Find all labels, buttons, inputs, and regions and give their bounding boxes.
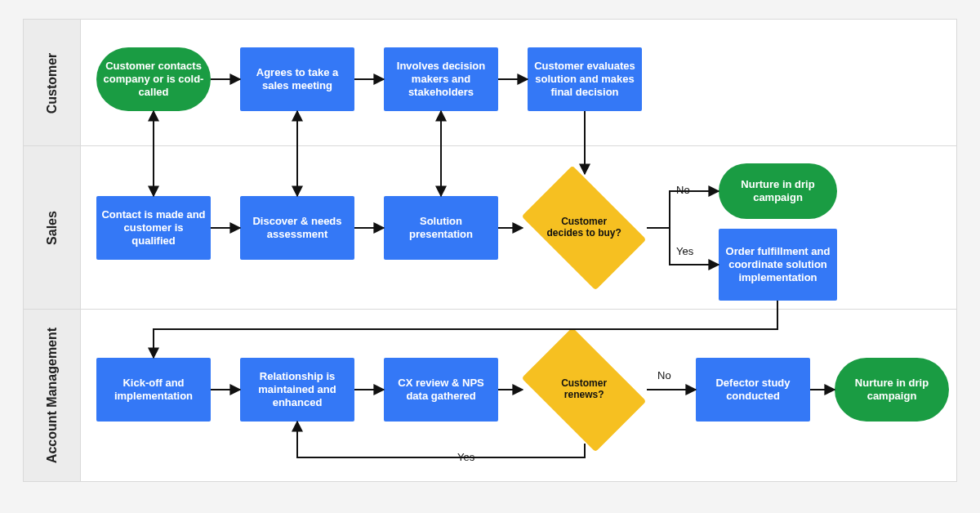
- node-text: CX review & NPS data gathered: [389, 377, 493, 404]
- swimlane-label-sales: Sales: [23, 145, 82, 310]
- node-discover-needs: Discover & needs assessment: [240, 196, 354, 260]
- node-relationship-maintained: Relationship is maintained and enhanced: [240, 358, 354, 422]
- swimlane-label-text: Customer: [45, 52, 60, 114]
- swimlane-label-customer: Customer: [23, 19, 82, 147]
- node-text: Solution presentation: [389, 215, 493, 242]
- swimlane-body-am: [80, 309, 957, 482]
- node-solution-presentation: Solution presentation: [384, 196, 498, 260]
- node-order-fulfillment: Order fulfillment and coordinate solutio…: [719, 229, 837, 301]
- node-text: Customer evaluates solution and makes fi…: [532, 60, 637, 100]
- swimlane-label-text: Sales: [45, 211, 60, 245]
- swimlane-label-am: Account Management: [23, 309, 82, 482]
- node-text: Customer contacts company or is cold-cal…: [101, 60, 206, 100]
- node-text: Order fulfillment and coordinate solutio…: [724, 245, 832, 285]
- node-agrees-meeting: Agrees to take a sales meeting: [240, 47, 354, 111]
- edge-label-no-am: No: [657, 369, 671, 381]
- node-text: Defector study conducted: [701, 377, 805, 404]
- node-evaluates-solution: Customer evaluates solution and makes fi…: [528, 47, 642, 111]
- node-text: Customer decides to buy?: [543, 216, 625, 239]
- diagram-canvas: Customer Sales Account Management Custom…: [0, 0, 980, 513]
- node-text: Nurture in drip campaign: [840, 377, 944, 404]
- node-involves-stakeholders: Involves decision makers and stakeholder…: [384, 47, 498, 111]
- node-kickoff: Kick-off and implementation: [96, 358, 211, 422]
- swimlane-label-text: Account Management: [45, 328, 60, 463]
- node-text: Agrees to take a sales meeting: [245, 66, 350, 93]
- edge-label-yes-am: Yes: [457, 451, 474, 463]
- edge-label-no-sales: No: [676, 184, 690, 196]
- node-text: Discover & needs assessment: [245, 215, 350, 242]
- node-text: Contact is made and customer is qualifie…: [101, 208, 206, 248]
- node-cx-review: CX review & NPS data gathered: [384, 358, 498, 422]
- node-text: Nurture in drip campaign: [724, 178, 832, 205]
- swimlane-body-customer: [80, 19, 957, 147]
- node-contact-qualified: Contact is made and customer is qualifie…: [96, 196, 211, 260]
- node-text: Relationship is maintained and enhanced: [245, 370, 350, 410]
- node-text: Kick-off and implementation: [101, 377, 206, 404]
- node-customer-contact: Customer contacts company or is cold-cal…: [96, 47, 211, 111]
- edge-label-yes-sales: Yes: [676, 245, 693, 257]
- node-text: Customer renews?: [543, 378, 625, 401]
- node-defector-study: Defector study conducted: [696, 358, 810, 422]
- node-text: Involves decision makers and stakeholder…: [389, 60, 493, 100]
- node-nurture-drip-am: Nurture in drip campaign: [835, 358, 949, 422]
- node-nurture-drip-sales: Nurture in drip campaign: [719, 163, 837, 219]
